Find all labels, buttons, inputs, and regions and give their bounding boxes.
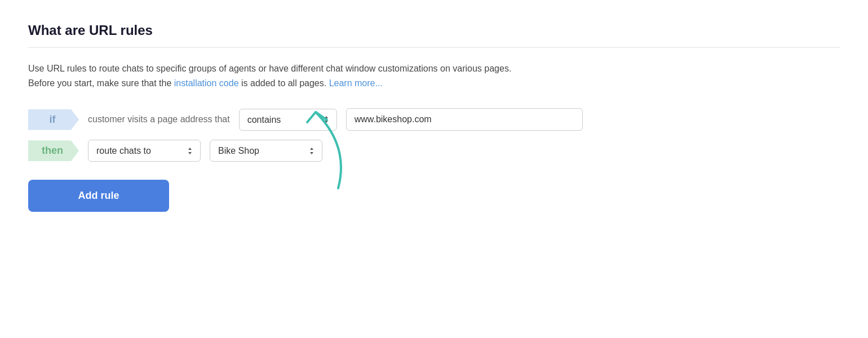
description-line2-prefix: Before you start, make sure that the (28, 78, 174, 88)
description-line1: Use URL rules to route chats to specific… (28, 64, 511, 73)
section-divider (28, 47, 840, 48)
if-rule-row: if customer visits a page address that c… (28, 108, 840, 131)
installation-code-link[interactable]: installation code (174, 78, 239, 88)
add-rule-button[interactable]: Add rule (28, 180, 169, 212)
page-title: What are URL rules (28, 23, 840, 38)
if-badge: if (28, 109, 79, 130)
condition-select[interactable]: contains does not contain starts with en… (239, 109, 337, 131)
description-text: Use URL rules to route chats to specific… (28, 61, 817, 90)
url-input[interactable] (346, 108, 583, 131)
then-badge: then (28, 140, 79, 161)
group-select[interactable]: Bike Shop Support Sales General (210, 140, 322, 162)
condition-text: customer visits a page address that (88, 114, 230, 124)
rules-container: if customer visits a page address that c… (28, 108, 840, 162)
action-select[interactable]: route chats to assign to agent set group (88, 140, 201, 162)
then-rule-row: then route chats to assign to agent set … (28, 140, 840, 162)
learn-more-link[interactable]: Learn more... (329, 78, 383, 88)
description-between-links: is added to all pages. (239, 78, 329, 88)
